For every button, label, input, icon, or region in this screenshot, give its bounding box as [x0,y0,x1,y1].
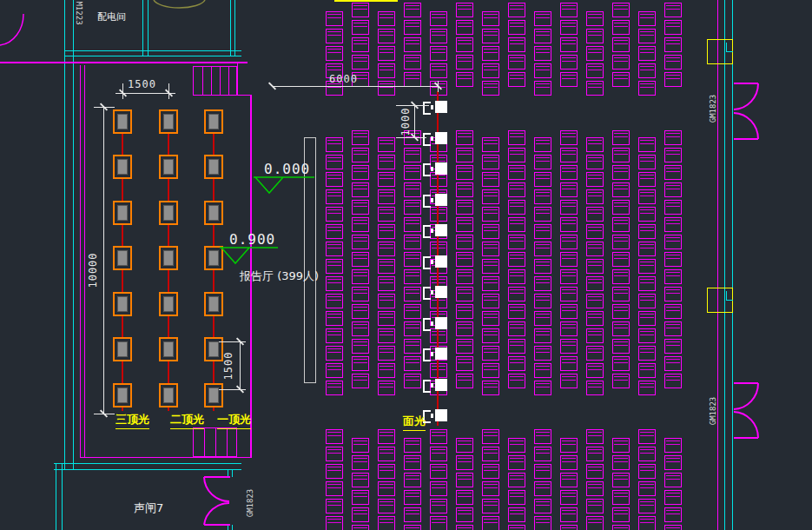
door-top-left-arc [0,14,23,45]
dim-6000-line [272,86,438,87]
elevation-mark-stage [254,177,314,193]
room-label-soundlock: 声闸7 [134,500,163,516]
door-right-bottom [734,383,758,438]
door-right-top [734,83,758,139]
hall-label: 报告厅 (399人) [240,268,319,284]
dim-1500v-text: 1500 [222,347,234,385]
door-code-bottom-left: GM1823 [246,484,254,522]
dim-6000-text: 6000 [329,73,358,85]
door-bottom-left [204,477,230,525]
cad-drawing-canvas[interactable]: 1500 10000 1500 6000 1000 0.000 0.900 配电… [0,0,812,530]
dim-10000-line [103,107,104,414]
door-code-right-bottom: GM1823 [709,392,717,430]
elevation-stage-text: 0.000 [264,161,310,177]
label-toplight-2: 二顶光 [170,412,204,429]
label-frontlight: 面光 [403,414,426,431]
dim-1500v-line [240,341,241,389]
dim-1500-text: 1500 [128,78,156,90]
label-toplight-1: 一顶光 [217,412,251,429]
door-code-top-left: M1223 [75,0,83,32]
dim-1000-text: 1000 [399,103,412,141]
door-top-room-arcs [154,0,205,8]
elevation-mark-hall [220,248,278,263]
dim-1000-line [414,105,415,137]
label-toplight-3: 三顶光 [116,412,149,429]
overlay-shapes [0,0,812,530]
dim-10000-text: 10000 [87,251,99,289]
door-code-right-top: GM1823 [709,89,717,128]
elevation-hall-text: 0.900 [229,231,275,248]
room-label-distribution: 配电间 [97,10,126,23]
